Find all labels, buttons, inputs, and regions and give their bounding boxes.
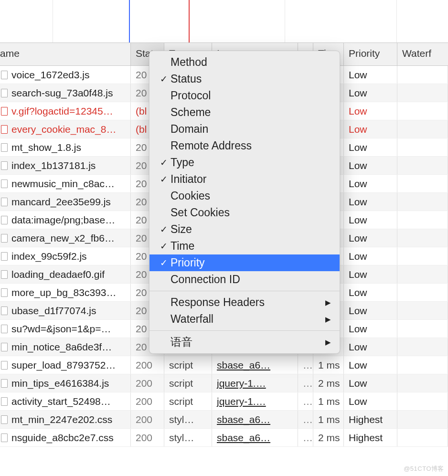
status-text: 20	[136, 142, 147, 153]
cell-waterfall	[397, 265, 448, 283]
header-waterfall[interactable]: Waterf	[397, 43, 448, 65]
check-icon: ✓	[160, 257, 171, 268]
initiator-link[interactable]: sbase_a6…	[217, 360, 270, 371]
cell-name[interactable]: mt_show_1.8.js	[0, 138, 131, 156]
submenu-arrow-icon: ▶	[325, 315, 331, 324]
cell-name[interactable]: mt_min_2247e202.css	[0, 411, 131, 428]
menu-separator	[149, 330, 340, 331]
cell-name[interactable]: index_99c59f2.js	[0, 247, 131, 265]
cell-priority: Low	[344, 211, 397, 229]
table-row[interactable]: activity_start_52498…200scriptjquery-1.……	[0, 392, 448, 411]
cell-waterfall	[397, 84, 448, 102]
menu-item-waterfall[interactable]: Waterfall▶	[149, 311, 340, 328]
menu-item-initiator[interactable]: ✓Initiator	[149, 171, 340, 188]
cell-initiator: sbase_a6…	[212, 429, 298, 446]
priority-text: Low	[349, 341, 367, 353]
timeline-tick	[396, 0, 397, 42]
cell-waterfall	[397, 302, 448, 319]
cell-priority: Highest	[344, 429, 397, 446]
header-priority[interactable]: Priority	[344, 43, 397, 65]
cell-name[interactable]: loading_deadaef0.gif	[0, 265, 131, 283]
cell-name[interactable]: ubase_d1f77074.js	[0, 302, 131, 319]
menu-item-domain[interactable]: Domain	[149, 121, 340, 138]
cell-size: …	[298, 429, 313, 446]
menu-item-connection-id[interactable]: Connection ID	[149, 271, 340, 288]
cell-name[interactable]: every_cookie_mac_8…	[0, 120, 131, 138]
initiator-link[interactable]: sbase_a6…	[217, 432, 270, 444]
menu-item-语音[interactable]: 语音▶	[149, 334, 340, 350]
submenu-arrow-icon: ▶	[325, 298, 331, 307]
cell-name[interactable]: camera_new_x2_fb6…	[0, 229, 131, 247]
menu-item-time[interactable]: ✓Time	[149, 238, 340, 254]
cell-waterfall	[397, 138, 448, 156]
file-icon	[1, 397, 8, 406]
cell-name[interactable]: voice_1672ed3.js	[0, 66, 131, 84]
cell-priority: Low	[344, 302, 397, 319]
initiator-link[interactable]: jquery-1.…	[217, 378, 266, 389]
column-context-menu[interactable]: Method✓StatusProtocolSchemeDomainRemote …	[149, 51, 340, 354]
initiator-link[interactable]: sbase_a6…	[217, 414, 270, 425]
request-name: min_tips_e4616384.js	[11, 378, 109, 389]
header-name[interactable]: ame	[0, 43, 131, 65]
cell-waterfall	[397, 102, 448, 120]
cell-priority: Highest	[344, 411, 397, 428]
cell-name[interactable]: newmusic_min_c8ac…	[0, 175, 131, 192]
menu-item-priority[interactable]: ✓Priority	[149, 254, 340, 271]
cell-name[interactable]: super_load_8793752…	[0, 356, 131, 374]
cell-type: styl…	[164, 411, 212, 428]
table-row[interactable]: nsguide_a8cbc2e7.css200styl…sbase_a6……2 …	[0, 429, 448, 447]
time-text: 1 ms	[318, 414, 339, 425]
menu-item-scheme[interactable]: Scheme	[149, 104, 340, 121]
type-text: script	[169, 360, 193, 371]
file-icon	[1, 434, 8, 442]
cell-name[interactable]: data:image/png;base…	[0, 211, 131, 229]
file-icon	[1, 216, 8, 224]
menu-item-remote-address[interactable]: Remote Address	[149, 138, 340, 154]
timeline-overview[interactable]	[0, 0, 448, 43]
cell-waterfall	[397, 175, 448, 192]
request-name: su?wd=&json=1&p=…	[11, 323, 111, 335]
menu-item-status[interactable]: ✓Status	[149, 71, 340, 87]
menu-item-label: Set Cookies	[171, 206, 230, 219]
cell-name[interactable]: min_notice_8a6de3f…	[0, 338, 131, 356]
cell-name[interactable]: v.gif?logactid=12345…	[0, 102, 131, 120]
menu-item-protocol[interactable]: Protocol	[149, 87, 340, 104]
menu-item-label: 语音	[171, 335, 192, 349]
request-name: v.gif?logactid=12345…	[11, 106, 113, 117]
menu-item-type[interactable]: ✓Type	[149, 154, 340, 171]
cell-name[interactable]: min_tips_e4616384.js	[0, 374, 131, 392]
priority-text: Low	[349, 233, 367, 244]
status-text: 20	[136, 251, 147, 262]
table-row[interactable]: super_load_8793752…200scriptsbase_a6……1 …	[0, 356, 448, 374]
table-row[interactable]: mt_min_2247e202.css200styl…sbase_a6……1 m…	[0, 411, 448, 429]
menu-item-set-cookies[interactable]: Set Cookies	[149, 204, 340, 221]
status-text: (bl	[136, 106, 147, 117]
cell-name[interactable]: index_1b137181.js	[0, 157, 131, 174]
cell-name[interactable]: su?wd=&json=1&p=…	[0, 320, 131, 338]
menu-item-method[interactable]: Method	[149, 54, 340, 71]
status-text: 200	[136, 414, 152, 425]
type-text: styl…	[169, 432, 194, 444]
priority-text: Low	[349, 178, 367, 190]
cell-name[interactable]: more_up_bg_83c393…	[0, 284, 131, 301]
cell-size: …	[298, 392, 313, 410]
cell-type: styl…	[164, 429, 212, 446]
menu-separator	[149, 291, 340, 291]
cell-priority: Low	[344, 284, 397, 301]
cell-status: 200	[131, 374, 164, 392]
file-icon	[1, 307, 8, 315]
cell-name[interactable]: activity_start_52498…	[0, 392, 131, 410]
menu-item-cookies[interactable]: Cookies	[149, 188, 340, 204]
menu-item-response-headers[interactable]: Response Headers▶	[149, 294, 340, 311]
cell-status: 200	[131, 429, 164, 446]
priority-text: Low	[349, 378, 367, 389]
file-icon	[1, 234, 8, 243]
initiator-link[interactable]: jquery-1.…	[217, 396, 266, 407]
cell-name[interactable]: search-sug_73a0f48.js	[0, 84, 131, 102]
menu-item-size[interactable]: ✓Size	[149, 221, 340, 238]
cell-waterfall	[397, 411, 448, 428]
table-row[interactable]: min_tips_e4616384.js200scriptjquery-1.………	[0, 374, 448, 392]
cell-name[interactable]: nsguide_a8cbc2e7.css	[0, 429, 131, 446]
cell-name[interactable]: mancard_2ee35e99.js	[0, 193, 131, 211]
cell-priority: Low	[344, 229, 397, 247]
